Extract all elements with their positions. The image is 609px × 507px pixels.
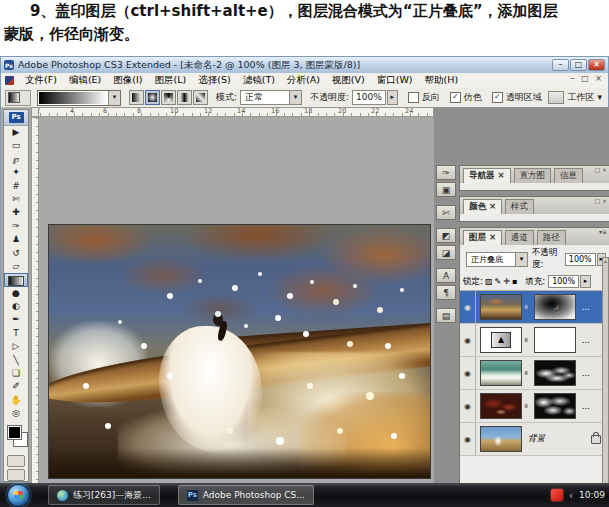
crop-tool[interactable]: # (4, 180, 28, 193)
scroll-up-arrow[interactable]: ▴ (604, 258, 607, 264)
brush-tool[interactable]: ✑ (4, 220, 28, 233)
notes-tool[interactable]: ❏ (4, 367, 28, 380)
diamond-gradient-button[interactable] (193, 90, 208, 105)
menu-window[interactable]: 窗口(W) (371, 74, 419, 87)
layer-row-3[interactable]: ◉ ∞ ... (460, 357, 609, 390)
menu-edit[interactable]: 编辑(E) (63, 74, 107, 87)
blend-mode-dropdown[interactable]: 正常 ▾ (240, 90, 302, 105)
paragraph-panel-icon[interactable]: ¶ (436, 285, 456, 300)
history-brush-tool[interactable]: ↺ (4, 247, 28, 260)
layer-opacity-field[interactable]: 100% (565, 253, 596, 266)
layer-2-mask-thumbnail[interactable] (534, 327, 576, 353)
gradient-picker[interactable]: ▾ (37, 90, 121, 106)
reverse-checkbox-group[interactable]: 反向 (408, 91, 440, 104)
slice-tool[interactable]: ✄ (4, 193, 28, 206)
visibility-eye-icon[interactable]: ◉ (460, 423, 476, 455)
visibility-eye-icon[interactable]: ◉ (460, 291, 476, 323)
menu-select[interactable]: 选择(S) (192, 74, 236, 87)
type-tool[interactable]: T (4, 327, 28, 340)
styles-panel-icon[interactable]: ◪ (436, 245, 456, 260)
layer-comps-panel-icon[interactable]: ▤ (436, 308, 456, 323)
pen-tool[interactable]: ✒ (4, 313, 28, 326)
panel-mini-controls[interactable]: □ × (594, 166, 607, 173)
character-panel-icon[interactable]: A (436, 268, 456, 283)
title-bar[interactable]: Ps Adobe Photoshop CS3 Extended - [未命名-2… (1, 57, 608, 73)
background-layer-row[interactable]: ◉ 背景 (460, 423, 609, 456)
angle-gradient-button[interactable] (161, 90, 176, 105)
tab-color[interactable]: 颜色 × (463, 199, 502, 214)
swatches-panel-icon[interactable]: ◩ (436, 228, 456, 243)
visibility-eye-icon[interactable]: ◉ (460, 324, 476, 356)
eraser-tool[interactable]: ▱ (4, 260, 28, 273)
visibility-eye-icon[interactable]: ◉ (460, 357, 476, 389)
restore-button[interactable]: □ (570, 59, 587, 71)
layer-1-mask-thumbnail[interactable]: ☝ (534, 294, 576, 320)
clone-stamp-tool[interactable]: ♟ (4, 233, 28, 246)
document-canvas[interactable] (48, 224, 431, 479)
tab-layers[interactable]: 图层 × (463, 230, 502, 245)
layer-row-1-selected[interactable]: ◉ ∞ ☝ ... (460, 291, 609, 324)
menu-view[interactable]: 视图(V) (326, 74, 371, 87)
reverse-checkbox[interactable] (408, 92, 419, 103)
linear-gradient-button[interactable] (129, 90, 144, 105)
tab-navigator[interactable]: 导航器 × (463, 168, 511, 183)
dodge-tool[interactable]: ◐ (4, 300, 28, 313)
transparency-checkbox[interactable]: ✓ (492, 92, 503, 103)
menu-help[interactable]: 帮助(H) (419, 74, 465, 87)
hand-tool[interactable]: ✋ (4, 394, 28, 407)
zoom-tool[interactable]: ◎ (4, 407, 28, 420)
clone-source-panel-icon[interactable]: ▣ (436, 182, 456, 197)
panel-scrollbar[interactable]: ▴ (602, 257, 609, 507)
move-tool[interactable]: ▶ (4, 126, 28, 139)
screen-mode-button[interactable] (7, 469, 25, 481)
lasso-tool[interactable]: ℘ (4, 153, 28, 166)
tab-info[interactable]: 信息 (554, 168, 583, 183)
tool-preset-picker[interactable] (5, 90, 31, 106)
opacity-spinner[interactable]: ▸ (387, 90, 398, 105)
quick-mask-button[interactable] (7, 455, 25, 467)
panel-mini-controls[interactable]: □ × (594, 197, 607, 204)
palette-well-icon[interactable] (548, 91, 564, 104)
toolbox-header[interactable]: Ps (4, 110, 28, 126)
healing-brush-tool[interactable]: ✚ (4, 206, 28, 219)
fill-field[interactable]: 100% (548, 275, 579, 288)
taskbar-item-browser[interactable]: 练习[263]—海景... (48, 485, 160, 505)
lock-transparency-icon[interactable]: ▨ (485, 277, 493, 286)
layer-1-thumbnail[interactable] (480, 294, 522, 320)
layer-3-mask-thumbnail[interactable] (534, 360, 576, 386)
opacity-field[interactable]: 100% (352, 90, 386, 105)
reflected-gradient-button[interactable] (177, 90, 192, 105)
close-button[interactable]: × (588, 59, 605, 71)
background-layer-thumbnail[interactable] (480, 426, 522, 452)
lock-all-icon[interactable]: ▪ (512, 277, 517, 286)
tab-paths[interactable]: 路径 (537, 230, 566, 245)
lock-image-icon[interactable]: ✎ (494, 277, 501, 286)
fill-spinner[interactable]: ▸ (580, 275, 591, 288)
layer-4-thumbnail[interactable] (480, 393, 522, 419)
layer-blend-mode-dropdown[interactable]: 正片叠底 ▾ (466, 252, 528, 267)
menu-image[interactable]: 图像(I) (107, 74, 148, 87)
line-tool[interactable]: ╲ (4, 354, 28, 367)
layer-4-mask-thumbnail[interactable] (534, 393, 576, 419)
visibility-eye-icon[interactable]: ◉ (460, 390, 476, 422)
lock-position-icon[interactable]: ✛ (503, 277, 510, 286)
layer-row-2[interactable]: ◉ ▲ ∞ ... (460, 324, 609, 357)
blur-tool[interactable]: ● (4, 287, 28, 300)
start-button[interactable] (7, 484, 30, 507)
clock[interactable]: 10:09 (579, 490, 605, 500)
tab-histogram[interactable]: 直方图 (514, 168, 552, 183)
tray-app-icon[interactable] (551, 489, 563, 501)
document-window-controls[interactable]: – □ × (571, 74, 604, 83)
gradient-picker-arrow[interactable]: ▾ (108, 91, 120, 105)
menu-layer[interactable]: 图层(L) (149, 74, 193, 87)
menu-filter[interactable]: 滤镜(T) (237, 74, 281, 87)
foreground-color[interactable] (7, 425, 22, 440)
menu-file[interactable]: 文件(F) (19, 74, 63, 87)
dither-checkbox-group[interactable]: ✓ 仿色 (450, 91, 482, 104)
dither-checkbox[interactable]: ✓ (450, 92, 461, 103)
gradient-tool-selected[interactable] (4, 273, 28, 286)
layer-3-thumbnail[interactable] (480, 360, 522, 386)
layer-2-adjustment-thumbnail[interactable]: ▲ (480, 327, 522, 353)
tool-presets-panel-icon[interactable]: ✄ (436, 205, 456, 220)
layer-row-4[interactable]: ◉ ∞ ... (460, 390, 609, 423)
